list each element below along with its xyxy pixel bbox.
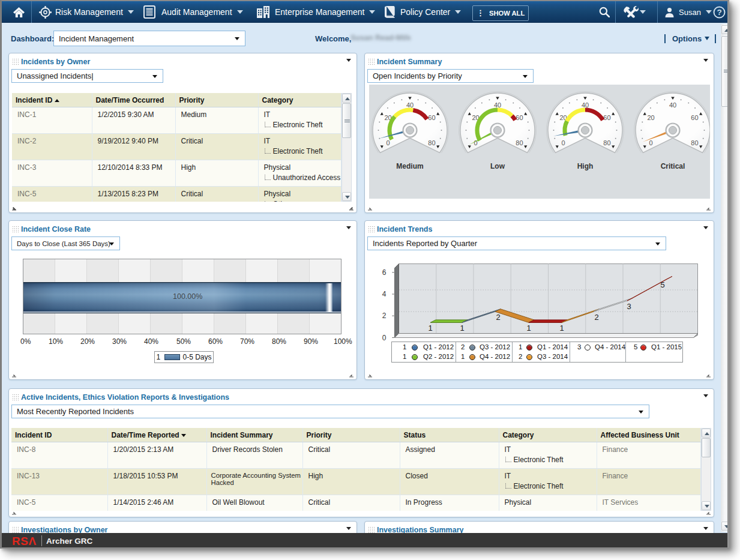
svg-text:0: 0: [649, 139, 653, 146]
svg-text:?: ?: [717, 8, 721, 17]
svg-text:5: 5: [660, 280, 664, 289]
svg-text:2: 2: [594, 313, 598, 322]
svg-text:0: 0: [562, 139, 565, 146]
svg-text:60: 60: [516, 114, 523, 121]
svg-text:80: 80: [691, 139, 698, 146]
svg-text:40: 40: [582, 101, 589, 109]
svg-text:0: 0: [387, 139, 390, 146]
svg-text:60: 60: [691, 114, 698, 121]
svg-text:20: 20: [647, 114, 654, 121]
svg-text:6: 6: [382, 268, 387, 277]
svg-text:40: 40: [494, 101, 501, 109]
svg-text:3: 3: [627, 302, 631, 311]
svg-text:40: 40: [406, 101, 414, 109]
svg-text:1: 1: [526, 324, 531, 333]
svg-text:1: 1: [428, 324, 432, 333]
svg-text:4: 4: [382, 290, 387, 298]
svg-text:1: 1: [460, 324, 464, 333]
svg-text:80: 80: [516, 139, 523, 146]
svg-text:80: 80: [603, 139, 610, 146]
svg-text:60: 60: [603, 114, 610, 121]
svg-text:2: 2: [496, 313, 500, 322]
svg-text:60: 60: [428, 114, 435, 121]
svg-text:0: 0: [382, 334, 387, 342]
svg-text:1: 1: [559, 324, 564, 333]
svg-text:2: 2: [382, 312, 387, 320]
svg-text:80: 80: [428, 139, 435, 146]
svg-text:40: 40: [669, 101, 676, 109]
